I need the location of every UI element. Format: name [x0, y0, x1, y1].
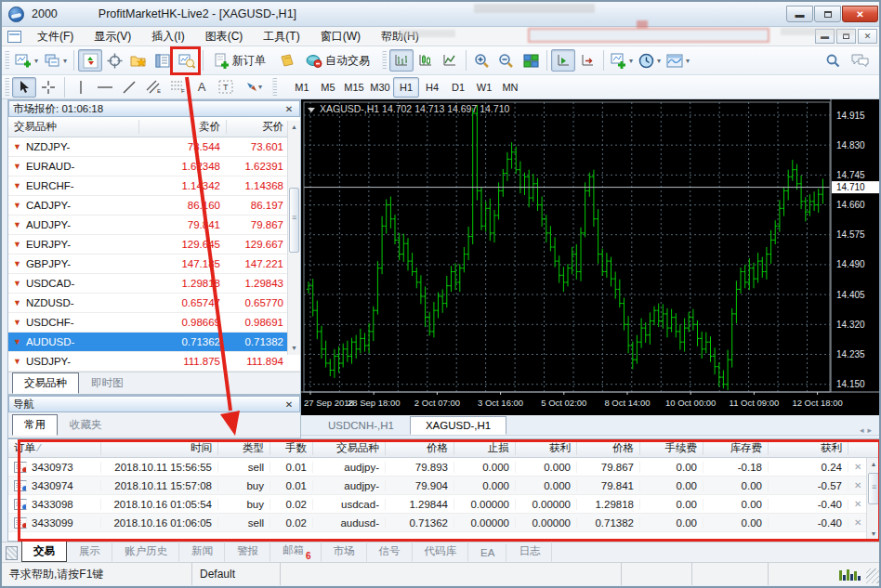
- column-symbol[interactable]: 交易品种: [8, 120, 138, 134]
- terminal-scrollbar[interactable]: ▲ ▼: [866, 458, 880, 541]
- auto-scroll-button[interactable]: [551, 49, 575, 72]
- orders-column-header[interactable]: 价格: [386, 441, 454, 455]
- market-watch-tab-交易品种[interactable]: 交易品种: [12, 372, 79, 394]
- search-icon[interactable]: [825, 53, 841, 69]
- toolbar-grip[interactable]: [272, 78, 277, 97]
- market-watch-row[interactable]: ▼USDCAD- 1.29818 1.29843: [8, 274, 300, 294]
- market-watch-row[interactable]: ▼NZDJPY- 73.544 73.601: [8, 137, 300, 157]
- zoom-out-button[interactable]: [494, 49, 519, 72]
- indicators-button[interactable]: ▾: [608, 49, 636, 72]
- terminal-tab-警报[interactable]: 警报: [225, 541, 270, 562]
- bar-chart-button[interactable]: [389, 49, 414, 72]
- scrollbar-thumb[interactable]: [289, 188, 299, 253]
- terminal-tab-新闻[interactable]: 新闻: [179, 541, 225, 562]
- orders-column-header[interactable]: 价格: [577, 441, 640, 455]
- terminal-tab-信号[interactable]: 信号: [367, 541, 413, 562]
- orders-column-header[interactable]: 类型: [218, 441, 270, 455]
- market-watch-row[interactable]: ▼AUDJPY- 79.841 79.867: [8, 216, 300, 235]
- new-order-button[interactable]: 新订单: [207, 49, 275, 72]
- price-chart[interactable]: 14.91514.83014.74514.66014.57514.49014.4…: [301, 99, 881, 418]
- close-icon[interactable]: ✕: [283, 399, 296, 410]
- orders-column-header[interactable]: 手数: [270, 441, 313, 455]
- terminal-toggle-button[interactable]: [151, 49, 175, 72]
- market-watch-row[interactable]: ▼USDJPY- 111.875 111.894: [8, 352, 300, 372]
- orders-column-header[interactable]: 手续费: [640, 441, 703, 455]
- close-icon[interactable]: ✕: [283, 104, 296, 114]
- market-watch-toggle-button[interactable]: [78, 49, 102, 72]
- market-watch-scrollbar[interactable]: ▲ ▼: [287, 121, 300, 355]
- chart-tab-XAGUSD-,H1[interactable]: XAGUSD-,H1: [410, 416, 506, 435]
- scrollbar-thumb[interactable]: [868, 473, 879, 504]
- timeframe-M15-button[interactable]: M15: [341, 77, 367, 98]
- timeframe-M1-button[interactable]: M1: [289, 77, 315, 98]
- orders-column-header[interactable]: 订单 ∕: [8, 441, 101, 455]
- orders-column-header[interactable]: 获利: [516, 441, 577, 455]
- restore-button[interactable]: [814, 6, 841, 22]
- scroll-down-icon[interactable]: ▼: [867, 528, 880, 541]
- close-order-icon[interactable]: ✕: [848, 480, 865, 490]
- terminal-tab-账户历史[interactable]: 账户历史: [112, 541, 179, 562]
- timeframe-H1-button[interactable]: H1: [393, 77, 419, 98]
- market-watch-tab-即时图[interactable]: 即时图: [79, 372, 136, 394]
- trendline-tool-button[interactable]: [117, 77, 141, 98]
- orders-column-header[interactable]: 库存费: [703, 441, 769, 455]
- chart-tab-USDCNH-,H1[interactable]: USDCNH-,H1: [312, 416, 410, 435]
- menu-item[interactable]: 文件(F): [28, 27, 83, 46]
- timeframe-W1-button[interactable]: W1: [471, 77, 497, 98]
- terminal-tab-市场[interactable]: 市场: [322, 541, 367, 562]
- timeframe-D1-button[interactable]: D1: [445, 77, 471, 98]
- timeframe-MN-button[interactable]: MN: [497, 77, 523, 98]
- orders-column-header[interactable]: 止损: [454, 441, 516, 455]
- terminal-tab-EA[interactable]: EA: [468, 543, 506, 562]
- column-ask[interactable]: 买价: [226, 120, 289, 134]
- market-watch-row[interactable]: ▼NZDUSD- 0.65747 0.65770: [8, 294, 300, 313]
- arrows-tool-button[interactable]: ▾: [238, 77, 270, 98]
- minimize-button[interactable]: ▬: [786, 6, 813, 22]
- metaeditor-button[interactable]: [275, 49, 299, 72]
- order-row[interactable]: 3433099 2018.10.16 01:06:05sell 0.02audu…: [8, 514, 880, 532]
- market-watch-row[interactable]: ▼EURJPY- 129.645 129.667: [8, 235, 300, 255]
- menu-item[interactable]: 帮助(H): [372, 27, 428, 46]
- line-chart-button[interactable]: [438, 49, 462, 72]
- terminal-panel-icon[interactable]: [6, 546, 18, 560]
- navigator-tab-收藏夹[interactable]: 收藏夹: [58, 414, 114, 436]
- periods-button[interactable]: ▾: [636, 49, 664, 72]
- candlestick-chart-button[interactable]: [414, 49, 438, 72]
- toolbar-grip[interactable]: [5, 78, 9, 97]
- chart-tab-scroll-arrows[interactable]: ◂▸: [860, 425, 881, 435]
- terminal-tab-代码库[interactable]: 代码库: [413, 541, 469, 562]
- close-button[interactable]: ✕: [842, 6, 878, 22]
- terminal-tab-交易[interactable]: 交易: [21, 541, 67, 562]
- horizontal-line-tool-button[interactable]: [93, 77, 117, 98]
- chat-icon[interactable]: [850, 53, 870, 68]
- data-window-button[interactable]: [102, 49, 126, 72]
- menu-item[interactable]: 工具(T): [254, 27, 309, 46]
- equidistant-channel-tool-button[interactable]: E: [141, 77, 165, 98]
- menu-item[interactable]: 插入(I): [142, 27, 193, 46]
- terminal-tab-展示[interactable]: 展示: [67, 541, 112, 562]
- scroll-down-icon[interactable]: ▼: [288, 342, 300, 355]
- close-order-icon[interactable]: ✕: [848, 517, 865, 528]
- menu-item[interactable]: 图表(C): [196, 27, 253, 46]
- fibonacci-tool-button[interactable]: F: [165, 77, 190, 98]
- text-label-tool-button[interactable]: T: [214, 77, 238, 98]
- status-profile[interactable]: Default: [192, 563, 281, 585]
- order-row[interactable]: 3430974 2018.10.11 15:57:08buy 0.01audjp…: [8, 477, 880, 495]
- order-row[interactable]: 3430973 2018.10.11 15:56:55sell 0.01audj…: [8, 458, 880, 477]
- timeframe-M5-button[interactable]: M5: [315, 77, 341, 98]
- scroll-up-icon[interactable]: ▲: [867, 458, 880, 471]
- terminal-tab-邮箱[interactable]: 邮箱6: [270, 540, 322, 562]
- profiles-button[interactable]: ▾: [41, 49, 70, 72]
- scroll-up-icon[interactable]: ▲: [288, 121, 300, 134]
- menu-item[interactable]: 显示(V): [85, 27, 140, 46]
- orders-column-header[interactable]: 获利: [769, 441, 848, 455]
- timeframe-M30-button[interactable]: M30: [367, 77, 393, 98]
- timeframe-H4-button[interactable]: H4: [419, 77, 445, 98]
- cursor-tool-button[interactable]: [12, 77, 36, 98]
- autotrading-button[interactable]: 自动交易: [299, 49, 379, 72]
- market-watch-row[interactable]: ▼AUDUSD- 0.71362 0.71382: [8, 333, 300, 352]
- chart-area[interactable]: 14.91514.83014.74514.66014.57514.49014.4…: [301, 99, 881, 415]
- market-watch-row[interactable]: ▼EURCHF- 1.14342 1.14368: [8, 176, 300, 196]
- resize-grip[interactable]: [866, 568, 881, 583]
- tile-windows-button[interactable]: [519, 49, 543, 72]
